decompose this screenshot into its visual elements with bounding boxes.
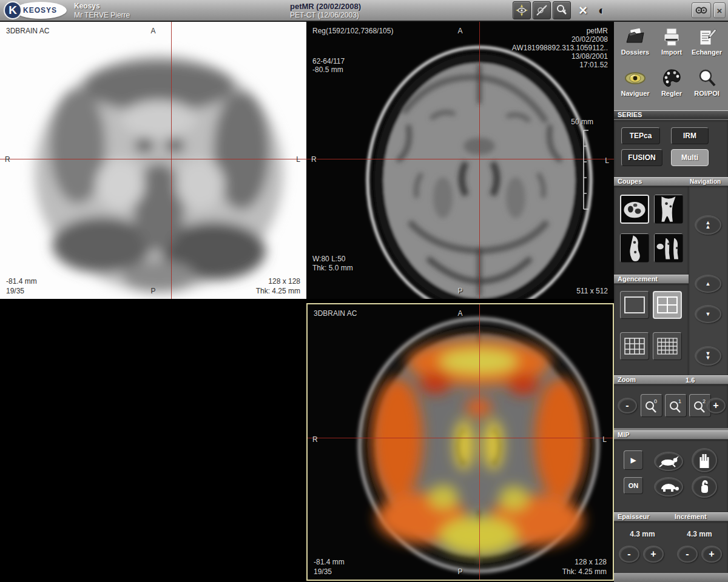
hand-icon [698,452,710,468]
double-up-arrow-icon: ▲▲ [706,221,711,229]
crosshair-link-button[interactable] [533,1,551,19]
tool-naviguer[interactable]: Naviguer [618,68,653,97]
orientation-posterior: P [457,567,462,576]
crosshair-horizontal[interactable] [0,159,306,159]
crosshair-vertical[interactable] [479,304,480,580]
series-label: 3DBRAIN AC [6,27,49,35]
viewport-pet-axial[interactable]: 3DBRAIN AC A R L -81.4 mm 19/35 P 128 x … [0,22,306,299]
series-button-irm[interactable]: IRM [671,127,709,144]
coupe-axial-button[interactable] [620,195,649,224]
align-views-button[interactable] [513,1,531,19]
magnify-probe-button[interactable] [553,1,571,19]
mip-on-button[interactable]: ON [624,477,643,494]
layout-1x1-button[interactable] [620,291,649,319]
tool-label: ROI/POI [689,90,724,97]
slice-position: -81.4 mm [314,558,345,566]
zoom-preset-1-button[interactable]: 1 [665,394,687,417]
thickness-decrease-button[interactable]: - [619,546,639,563]
crosshair-vertical[interactable] [479,22,480,299]
orientation-right: R [312,435,318,444]
tool-import[interactable]: Import [654,27,689,56]
series-button-multi[interactable]: Multi [671,149,709,166]
keosys-app: KEOSYS K Keosys Mr TERVE Pierre petMR (2… [0,0,728,582]
app-patient-block: Keosys Mr TERVE Pierre [74,2,130,20]
fusion-brain-image [308,304,613,580]
nav-first-slice-button[interactable]: ▲▲ [695,215,721,235]
thickness-increment-panel: 4.3 mm 4.3 mm - + - + [614,521,728,573]
viewport-mri-axial[interactable]: Reg(1592/102,7368/105) A petMR 20/02/200… [306,22,614,299]
slice-range: 62-64/117 [312,57,345,65]
crosshair-horizontal[interactable] [308,438,613,438]
zoom-out-button[interactable]: - [618,398,637,413]
multi-slice-icon [655,234,682,262]
mip-play-button[interactable]: ▶ [624,450,643,470]
increment-decrease-button[interactable]: - [677,546,698,563]
tool-echanger[interactable]: Echanger [689,27,724,56]
coupes-section-header: Coupes [614,177,689,186]
coupe-multi-button[interactable] [654,233,683,263]
tool-roi-poi[interactable]: ROI/POI [689,68,724,97]
coupe-sagittal-button[interactable] [620,233,649,263]
sidebar-bottom-strip [614,573,728,582]
series-panel: TEPca IRM FUSION Multi [614,120,728,177]
mip-fast-button[interactable] [654,452,683,471]
orientation-anterior: A [150,27,155,35]
tool-regler[interactable]: Regler [654,68,689,97]
tool-label: Echanger [689,48,724,56]
layout-2x2-icon [657,296,678,313]
viewport-fusion-axial[interactable]: 3DBRAIN AC A R L -81.4 mm 19/35 P 128 x … [306,303,614,581]
turtle-icon [658,481,679,493]
orientation-posterior: P [150,287,155,295]
down-arrow-icon: ▼ [706,312,711,316]
layout-1x1-icon [624,296,645,313]
rabbit-icon [658,455,679,467]
folder-icon [624,27,647,47]
series-button-tepca[interactable]: TEPca [621,127,660,144]
coupe-coronal-button[interactable] [654,195,683,224]
layout-4x5-button[interactable] [653,332,682,360]
zoom-header-label: Zoom [618,376,636,383]
slice-number: 19/35 [314,567,332,576]
agencement-section-header: Agencement [614,275,689,284]
nav-next-slice-button[interactable]: ▼ [695,305,721,323]
series-info-line: 13/08/2001 [571,52,608,61]
printer-icon [660,27,683,47]
nav-previous-slice-button[interactable]: ▲ [695,275,721,293]
mip-stop-button[interactable] [692,448,717,472]
logo-text: KEOSYS [23,6,57,15]
crosshair-vertical[interactable] [171,22,172,299]
layout-2x2-button[interactable] [653,291,682,319]
crosshair-horizontal[interactable] [306,159,614,159]
zoom-value: 1.6 [686,376,695,384]
series-info-line: petMR [587,27,608,35]
svg-text:1: 1 [678,398,681,404]
matrix-size: 511 x 512 [576,287,608,295]
slice-position: -80.5 mm [312,65,343,74]
nav-last-slice-button[interactable]: ▼▼ [695,346,721,366]
mip-slow-button[interactable] [654,477,683,497]
compass-arrows-icon [515,4,528,17]
agencement-panel [614,284,689,375]
slice-number: 19/35 [6,287,24,295]
close-window-button[interactable]: × [713,2,726,18]
layout-3x4-button[interactable] [620,332,649,360]
close-study-button[interactable]: × [573,1,593,20]
thickness-increase-button[interactable]: + [643,546,664,563]
slice-thickness: Thk: 5.0 mm [312,264,353,272]
svg-text:0: 0 [654,398,657,404]
scale-label: 50 mm [571,118,593,126]
zoom-preset-0-button[interactable]: 0 [641,394,662,417]
binoculars-button[interactable] [692,2,711,18]
patient-name: Mr TERVE Pierre [74,11,130,20]
series-info-line: 20/02/2008 [571,35,608,44]
slice-thickness: Thk: 4.25 mm [562,567,607,576]
mip-grab-button[interactable] [692,476,717,498]
orientation-right: R [5,155,10,164]
svg-text:2: 2 [703,398,706,404]
zoom-in-button[interactable]: + [706,398,726,413]
increment-increase-button[interactable]: + [701,546,722,563]
contrast-icon[interactable]: ◐ [598,4,605,18]
series-button-fusion[interactable]: FUSION [621,149,662,166]
thickness-value: 4.3 mm [620,530,665,538]
tool-dossiers[interactable]: Dossiers [618,27,653,56]
